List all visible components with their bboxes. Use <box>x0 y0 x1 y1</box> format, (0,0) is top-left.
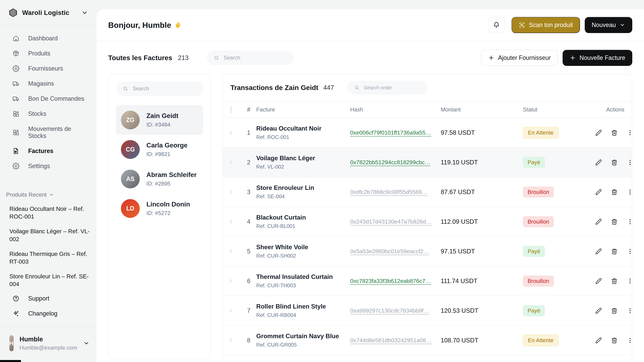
edit-icon[interactable] <box>595 159 602 166</box>
row-number: 5 <box>247 248 256 255</box>
contact-item[interactable]: ZG Zain Geidt ID: #3484 <box>116 105 203 135</box>
contact-meta: Carla George ID: #9821 <box>146 142 188 157</box>
recent-product-link[interactable]: Store Enrouleur Lin – Ref. SE-004 <box>10 273 90 288</box>
hash-link[interactable]: 0x243d17d43130e47a7b826d… <box>350 218 432 225</box>
delete-icon[interactable] <box>611 337 618 344</box>
more-options-icon[interactable] <box>626 218 632 225</box>
sidebar-item-fournisseurs[interactable]: Fournisseurs <box>0 61 96 76</box>
sidebar-item-stocks[interactable]: Stocks <box>0 106 96 121</box>
row-checkbox[interactable] <box>230 338 232 342</box>
recent-product-link[interactable]: Rideau Occultant Noir – Ref. ROC-001 <box>10 205 90 220</box>
chevron-down-icon[interactable] <box>81 9 88 16</box>
edit-icon[interactable] <box>595 307 602 314</box>
delete-icon[interactable] <box>611 159 618 166</box>
more-options-icon[interactable] <box>626 278 632 285</box>
edit-icon[interactable] <box>595 218 602 225</box>
edit-icon[interactable] <box>595 278 602 285</box>
recent-product-link[interactable]: Voilage Blanc Léger – Ref. VL-002 <box>10 227 90 243</box>
edit-icon[interactable] <box>595 248 602 255</box>
more-options-icon[interactable] <box>626 307 632 314</box>
sidebar-item-changelog[interactable]: Changelog <box>0 306 96 321</box>
row-checkbox[interactable] <box>230 249 232 253</box>
row-checkbox[interactable] <box>230 279 232 283</box>
transactions-count: 447 <box>323 84 334 91</box>
row-checkbox[interactable] <box>230 131 232 135</box>
hash-link[interactable]: 0xdfc2b7868c9c08f55d5569… <box>350 189 428 195</box>
search-input[interactable] <box>133 86 196 92</box>
scan-product-button[interactable]: Scan ton produit <box>512 17 580 33</box>
row-checkbox[interactable] <box>230 309 232 313</box>
hash-link[interactable]: 0x5a53e2860bc01e59eaccf2… <box>350 248 429 254</box>
invoices-search[interactable] <box>207 50 293 65</box>
hash-link[interactable]: 0xa999297c130cdc7634bb9f… <box>350 307 429 314</box>
user-menu[interactable]: H Humble Humble@example.com <box>0 327 96 362</box>
invoices-toolbar: Toutes les Factures 213 Ajouter Fourniss… <box>96 41 644 73</box>
avatar: CG <box>121 140 140 159</box>
row-number: 3 <box>247 189 256 196</box>
search-input[interactable] <box>224 55 286 61</box>
boxes-icon <box>12 129 20 136</box>
brand[interactable]: Waroli Logistic <box>0 0 96 24</box>
invoice-cell: Rideau Occultant Noir Ref. ROC-001 <box>256 125 350 140</box>
contact-item[interactable]: LD Lincoln Donin ID: #5272 <box>116 194 203 223</box>
contact-item[interactable]: CG Carla George ID: #9821 <box>116 135 203 164</box>
table-row: 8 Grommet Curtain Navy Blue Ref. CUR-GR0… <box>223 326 632 355</box>
amount: 111.74 USDT <box>441 278 523 285</box>
notifications-button[interactable] <box>488 17 505 33</box>
more-options-icon[interactable] <box>626 159 632 166</box>
boxes-icon <box>12 110 20 117</box>
delete-icon[interactable] <box>611 218 618 225</box>
delete-icon[interactable] <box>611 248 618 255</box>
table-row: 5 Sheer White Voile Ref. CUR-SH002 0x5a5… <box>223 237 632 266</box>
window-edge <box>0 360 21 362</box>
delete-icon[interactable] <box>611 189 618 196</box>
avatar: ZG <box>121 111 140 129</box>
sidebar-nav: Dashboard Produits Fournisseurs Magasins… <box>0 29 96 175</box>
sidebar-item-produits[interactable]: Produits <box>0 46 96 61</box>
sidebar-item-settings[interactable]: Settings <box>0 159 96 174</box>
sidebar-item-factures[interactable]: Factures <box>0 143 96 159</box>
more-options-icon[interactable] <box>626 248 632 255</box>
transactions-panel: Transactions de Zain Geidt 447 # Facture… <box>222 74 632 362</box>
hash-link[interactable]: 0x744d8e561db03242951a08… <box>350 337 432 344</box>
status-badge: Brouillon <box>523 216 554 227</box>
avatar: H <box>10 335 14 351</box>
hash-link[interactable]: 0x7822bb51294cc818299cbc… <box>350 159 430 165</box>
edit-icon[interactable] <box>595 337 602 344</box>
hash-link[interactable]: 0xe006cf79f0101ff1736a9a55… <box>350 129 431 136</box>
more-options-icon[interactable] <box>626 129 632 136</box>
edit-icon[interactable] <box>595 129 602 136</box>
row-checkbox[interactable] <box>230 160 232 164</box>
home-icon <box>12 35 20 42</box>
chevron-down-icon <box>49 192 54 197</box>
sidebar-item-mouvements-de-stocks[interactable]: Mouvements de Stocks <box>0 121 96 143</box>
edit-icon[interactable] <box>595 189 602 196</box>
recent-products-header[interactable]: Produits Recent <box>6 191 96 198</box>
sidebar-item-label: Dashboard <box>28 35 58 42</box>
sidebar-item-dashboard[interactable]: Dashboard <box>0 31 96 46</box>
more-options-icon[interactable] <box>626 337 632 344</box>
plus-icon <box>570 55 576 61</box>
hash-link[interactable]: 0xc7823fa33f3b612eab876c7… <box>350 278 431 284</box>
new-invoice-button[interactable]: Nouvelle Facture <box>562 50 632 66</box>
column-statut: Statut <box>523 106 595 113</box>
user-email: Humble@example.com <box>20 345 77 351</box>
delete-icon[interactable] <box>611 278 618 285</box>
sidebar-item-bon-de-commandes[interactable]: Bon De Commandes <box>0 91 96 106</box>
contact-item[interactable]: AS Abram Schleifer ID: #2895 <box>116 164 203 194</box>
order-search[interactable] <box>347 81 428 94</box>
sidebar-item-support[interactable]: Support <box>0 291 96 306</box>
add-supplier-button[interactable]: Ajouter Fournisseur <box>481 50 558 66</box>
user-name: Humble <box>20 336 77 343</box>
nouveau-button[interactable]: Nouveau <box>585 17 632 33</box>
sidebar-item-magasins[interactable]: Magasins <box>0 76 96 91</box>
row-checkbox[interactable] <box>230 190 232 194</box>
more-options-icon[interactable] <box>626 189 632 196</box>
search-order-input[interactable] <box>364 85 421 91</box>
select-all-checkbox[interactable] <box>230 106 232 113</box>
delete-icon[interactable] <box>611 307 618 314</box>
recent-product-link[interactable]: Rideau Thermique Gris – Ref. RT-003 <box>10 250 90 266</box>
row-checkbox[interactable] <box>230 220 232 224</box>
delete-icon[interactable] <box>611 129 618 136</box>
contacts-search[interactable] <box>116 81 203 96</box>
